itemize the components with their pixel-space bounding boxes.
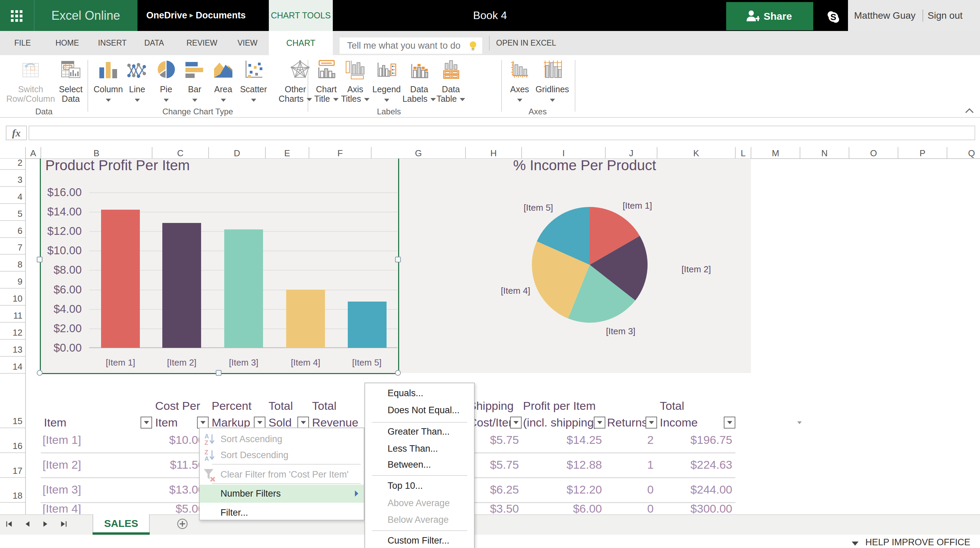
svg-text:S: S <box>830 12 836 22</box>
